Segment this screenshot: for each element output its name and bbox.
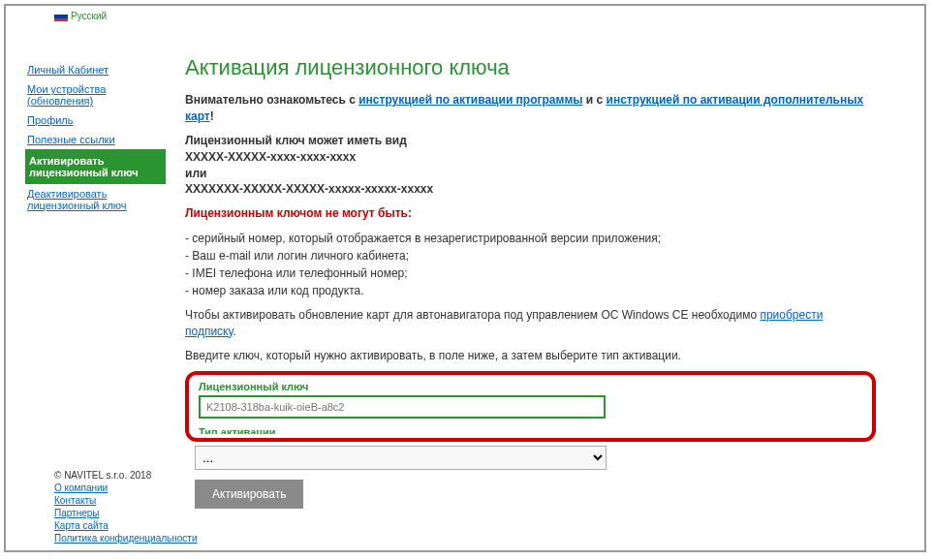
flag-ru-icon <box>54 12 68 21</box>
activate-button[interactable]: Активировать <box>195 480 303 509</box>
sidebar-item-cabinet[interactable]: Личный Кабинет <box>25 60 166 79</box>
main-content: Активация лицензионного ключа Внимательн… <box>185 55 905 509</box>
sidebar-item-deactivate[interactable]: Деактивировать лицензионный ключ <box>25 184 166 215</box>
page-title: Активация лицензионного ключа <box>185 55 876 80</box>
instruction-program-link[interactable]: инструкцией по активации программы <box>358 93 582 107</box>
sidebar: Личный Кабинет Мои устройства (обновлени… <box>25 60 166 509</box>
ce-note: Чтобы активировать обновление карт для а… <box>185 307 876 340</box>
warning-heading: Лицензионным ключом не могут быть: <box>185 205 876 222</box>
format-block: Лицензионный ключ может иметь вид XXXXX-… <box>185 133 876 198</box>
notes: - серийный номер, который отображается в… <box>185 230 876 299</box>
sidebar-item-links[interactable]: Полезные ссылки <box>25 130 166 149</box>
footer-link-about[interactable]: О компании <box>54 482 198 494</box>
language-selector[interactable]: Русский <box>54 11 924 21</box>
sidebar-item-profile[interactable]: Профиль <box>25 110 166 130</box>
footer-link-sitemap[interactable]: Карта сайта <box>54 519 198 532</box>
sidebar-item-devices[interactable]: Мои устройства (обновления) <box>25 79 166 110</box>
footer-link-contacts[interactable]: Контакты <box>54 494 198 507</box>
highlighted-input-area: Лицензионный ключ Тип активации <box>185 371 876 442</box>
footer-link-partners[interactable]: Партнеры <box>54 507 198 519</box>
intro-text: Внимательно ознакомьтесь с инструкцией п… <box>185 92 876 125</box>
footer-link-privacy[interactable]: Политика конфиденциальности <box>54 532 198 544</box>
key-label: Лицензионный ключ <box>199 381 862 392</box>
footer: © NAVITEL s.r.o. 2018 О компании Контакт… <box>54 470 198 544</box>
license-key-input[interactable] <box>199 395 606 419</box>
copyright: © NAVITEL s.r.o. 2018 <box>54 470 198 481</box>
activation-type-select[interactable]: ... <box>195 446 607 470</box>
enter-instruction: Введите ключ, который нужно активировать… <box>185 348 876 364</box>
type-label: Тип активации <box>199 426 862 434</box>
sidebar-item-activate[interactable]: Активировать лицензионный ключ <box>25 149 166 184</box>
